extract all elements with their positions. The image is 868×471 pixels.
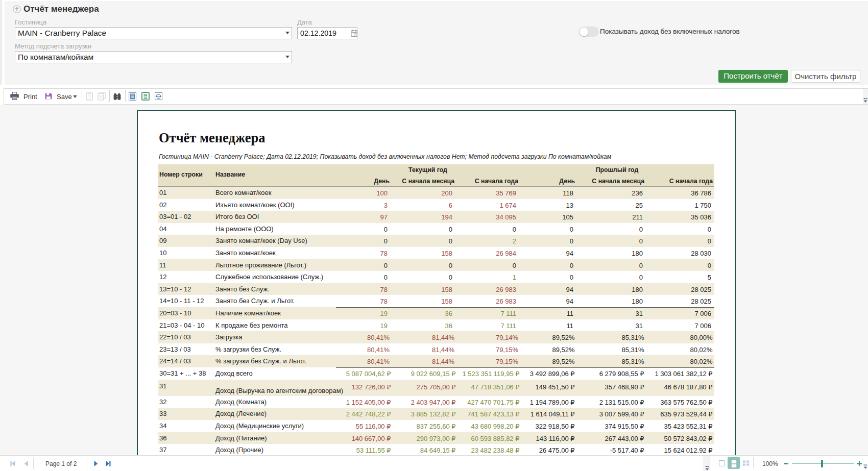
svg-text:?: ? xyxy=(88,94,90,100)
svg-text:7: 7 xyxy=(354,32,356,37)
